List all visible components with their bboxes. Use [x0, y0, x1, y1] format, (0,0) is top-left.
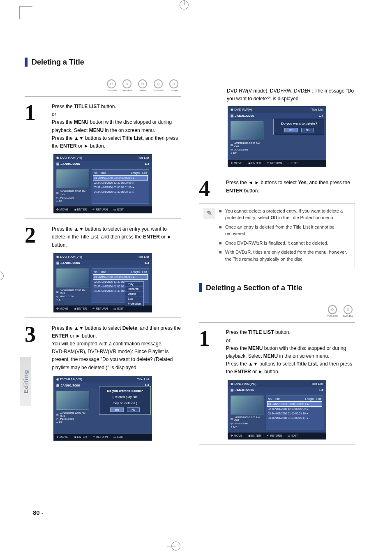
ss-list-row[interactable]: 02 JAN/01/2006 12:30 00:00:09 ► — [93, 180, 148, 185]
ss-date: ▤ JAN/01/2006 — [56, 162, 80, 166]
ss-thumbnail — [231, 121, 263, 140]
ss-body: ▤JAN/01/2006 12:00 AM CH1 ◷JAN/01/2006 ●… — [54, 266, 152, 305]
right-intro-text: DVD-RW(V mode), DVD+RW, DVD±R : The mess… — [227, 87, 355, 103]
delete-confirm-dialog: Do you want to delete? (Related playlist… — [99, 386, 151, 415]
t: Press the — [52, 104, 74, 109]
dialog-subtext: may be deleted.) — [102, 401, 148, 405]
ss-body: ▤JAN/01/2006 12:00 AM CH1 ◷JAN/01/2006 ●… — [228, 393, 326, 433]
ss-title: Title List — [311, 382, 324, 386]
ss-list-row[interactable]: 03 JAN/01/2006 01:00 00:01:36 ► — [93, 185, 148, 190]
note-text: You cannot delete a protected entry. If … — [225, 208, 350, 221]
ss-list-row[interactable]: 04 JAN/01/2006 01:30 00:00:11 ► — [267, 416, 322, 420]
t: ▲▼ — [74, 135, 84, 141]
bullet: ■ — [219, 249, 222, 262]
ss-topbar2: ▤ JAN/01/20061/4 — [228, 387, 326, 393]
step-number: 2 — [25, 225, 45, 249]
ss-list-row[interactable]: 01 JAN/01/2006 12:00 00:00:11 ► — [93, 274, 148, 280]
ss-title: Title List — [137, 156, 150, 160]
step-1: 1 Press the TITLE LIST button. or Press … — [25, 103, 181, 150]
menu-item-protection[interactable]: Protection — [125, 301, 143, 306]
ss-date: ▤ JAN/01/2006 — [231, 388, 254, 392]
ss-disc-type: DVD-RAM(VR) — [234, 382, 256, 386]
note-text: Once an entry is deleted from the Title … — [225, 224, 350, 237]
disc-icon: DVD+RW — [151, 77, 165, 94]
menu-item-rename[interactable]: Rename — [125, 287, 143, 292]
ss-title: Title List — [311, 108, 324, 111]
ss-index: 1/4 — [145, 162, 149, 166]
t: button. — [89, 143, 105, 149]
ss-left-panel: ▤JAN/01/2006 12:00 AM CH1 ◷JAN/01/2006 ●… — [231, 396, 263, 430]
disc-label: DVD-RAM — [327, 315, 338, 317]
ss-list-row[interactable]: 01 JAN/01/2006 12:00 00:00:11 ► — [267, 401, 322, 407]
t: in the on screen menu. — [104, 127, 155, 133]
step-text: Press the TITLE LIST button. or Press th… — [52, 103, 181, 150]
crop-mark-top-center — [177, 0, 183, 21]
bullet: ■ — [219, 224, 222, 237]
menu-item-edit[interactable]: Edit — [125, 296, 143, 301]
disc-label: DVD-R — [139, 89, 147, 92]
yes-button[interactable]: Yes — [110, 407, 124, 412]
no-button[interactable]: No — [301, 128, 314, 132]
no-button[interactable]: No — [127, 407, 140, 412]
divider — [199, 322, 355, 323]
section-deleting-title: Deleting a Title — [25, 58, 367, 67]
menu-item-play[interactable]: Play — [125, 282, 143, 287]
ss-list-row[interactable]: 03 JAN/01/2006 01:00 00:01:36 ► — [267, 411, 322, 416]
ss-list-row[interactable]: 04 JAN/01/2006 01:30 00:00:11 ► — [93, 190, 148, 194]
ss-date: ▤ JAN/01/2006 — [56, 384, 80, 387]
disc-icon: DVD-RAM — [325, 303, 339, 319]
rec-icon: ● — [56, 200, 58, 203]
ss-index: 1/4 — [145, 261, 149, 265]
list-icon: ▤ — [56, 162, 60, 166]
ss-left-panel: ▤JAN/01/2006 12:00 AM CH1 ◷JAN/01/2006 ●… — [56, 169, 89, 204]
menu-item-delete[interactable]: Delete — [125, 292, 143, 296]
ss-list-panel: No.TitleLengthEdit 01 JAN/01/2006 12:00 … — [266, 396, 323, 430]
ss-body: ▤JAN/01/2006 12:00 AM CH1 ◷JAN/01/2006 ●… — [54, 389, 152, 434]
yes-button[interactable]: Yes — [284, 128, 298, 132]
ss-bottom-bar: ✥ MOVE ◉ ENTER ↶ RETURN ▭ EXIT — [228, 433, 326, 439]
t: Press the — [52, 119, 74, 125]
delete-confirm-dialog-simple: Do you want to delete? Yes No — [273, 119, 325, 135]
ss-disc-type: DVD-RAM(VR) — [60, 255, 82, 259]
ss-bottom-bar: ✥ MOVE ◉ ENTER ↶ RETURN ▭ EXIT — [228, 160, 326, 167]
ss-date: ▤ JAN/01/2006 — [56, 261, 80, 265]
page-number: 80 - — [33, 509, 44, 516]
t: TITLE LIST — [74, 104, 100, 109]
ss-bottom-bar: ✥ MOVE ◉ ENTER ↶ RETURN ▭ EXIT — [54, 434, 152, 440]
bullet: ■ — [219, 240, 222, 247]
t: ► — [84, 143, 89, 149]
divider — [25, 96, 181, 97]
ss-meta: ▤JAN/01/2006 12:00 AM CH1 ◷JAN/01/2006 ●… — [231, 416, 263, 429]
ss-topbar: ◉ DVD-RAM(VR)Title List — [228, 381, 326, 387]
ss-topbar2: ▤ JAN/01/20061/4 — [228, 113, 326, 119]
step-text: Press the ▲▼ buttons to select Delete, a… — [52, 324, 181, 372]
title-list-screenshot-top-right: ◉ DVD-RW(V)Title List ▤ JAN/01/20061/4 ▤… — [228, 106, 326, 167]
dialog-question: Do you want to delete? — [102, 389, 148, 393]
crop-mark-bottom-center — [171, 541, 182, 552]
disc-icons-row: DVD-RAM DVD-RW — [199, 303, 355, 319]
step-text: Press the ▲▼ buttons to select an entry … — [52, 225, 181, 249]
list-icon: ▤ — [56, 192, 59, 195]
ss-body: ▤JAN/01/2006 12:00 AM CH1 ◷JAN/01/2006 ●… — [228, 119, 326, 160]
ss-bottom-bar: ✥ MOVE ◉ ENTER ↶ RETURN ▭ EXIT — [54, 206, 152, 213]
move-icon: ✥ — [56, 208, 59, 211]
ss-context-menu: Play Rename Delete Edit Protection — [125, 281, 144, 306]
note-icon: ✎ — [203, 208, 215, 219]
note-block: ✎ ■You cannot delete a protected entry. … — [199, 203, 355, 270]
t: MENU — [89, 127, 104, 133]
ss-list-row[interactable]: 02 JAN/01/2006 12:30 00:00:09 ► — [267, 407, 322, 411]
ss-left-panel: ▤JAN/01/2006 12:00 AM CH1 ◷JAN/01/2006 ●… — [56, 391, 89, 431]
dialog-subtext: (Related playlists — [102, 395, 148, 399]
ss-topbar2: ▤ JAN/01/20061/4 — [54, 260, 152, 266]
step-3: 3 Press the ▲▼ buttons to select Delete,… — [25, 324, 181, 372]
title-list-screenshot-last: ◉ DVD-RAM(VR)Title List ▤ JAN/01/20061/4… — [228, 380, 326, 440]
ss-meta: ▤JAN/01/2006 12:00 AM CH1 ◷JAN/01/2006 ●… — [56, 289, 89, 302]
ss-disc-type: DVD-RAM(VR) — [60, 377, 82, 381]
title-list-screenshot-1: ◉ DVD-RAM(VR)Title List ▤ JAN/01/20061/4… — [53, 154, 152, 213]
section-deleting-section: Deleting a Section of a Title — [199, 283, 355, 292]
ss-thumbnail — [231, 396, 263, 414]
ss-list-row[interactable]: 01 JAN/01/2006 12:00 00:00:11 ► — [93, 175, 148, 180]
t: or — [52, 111, 56, 117]
ss-left-panel: ▤JAN/01/2006 12:00 AM CH1 ◷JAN/01/2006 ●… — [231, 121, 263, 157]
t: or — [77, 143, 84, 149]
